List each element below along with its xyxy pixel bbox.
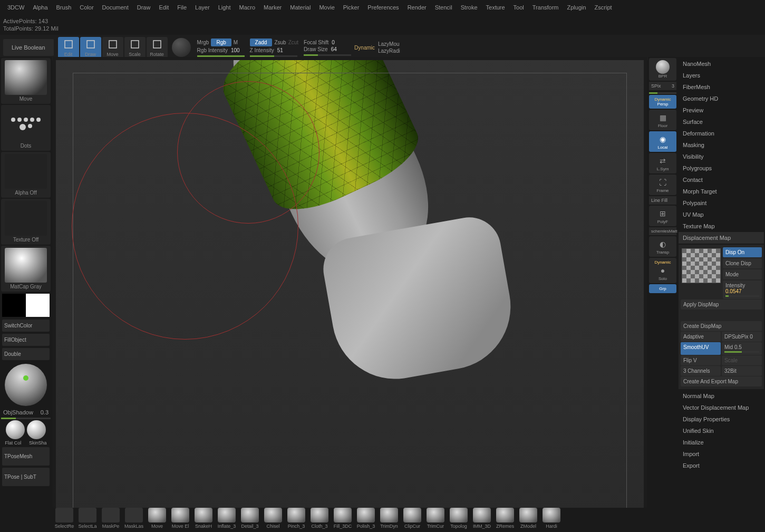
shelf-detail_3[interactable]: Detail_3	[238, 508, 262, 532]
shader-pair[interactable]	[1, 420, 51, 439]
3channels-button[interactable]: 3 Channels	[681, 366, 721, 376]
shelf-chisel[interactable]: Chisel	[262, 508, 285, 532]
z-intensity-value[interactable]: 51	[277, 47, 283, 53]
lazymouse-label[interactable]: LazyMou	[378, 41, 400, 47]
menu-draw[interactable]: Draw	[133, 2, 155, 13]
spix-slider[interactable]: SPix3	[649, 82, 676, 90]
shelf-selectla[interactable]: SelectLa	[76, 508, 99, 532]
color-picker[interactable]	[1, 293, 51, 318]
flipv-button[interactable]: Flip V	[681, 355, 721, 365]
zcut-button[interactable]: Zcut	[288, 40, 298, 45]
mrgb-button[interactable]: Mrgb	[197, 40, 209, 45]
menu-tool[interactable]: Tool	[509, 2, 528, 13]
light-widget[interactable]	[1, 362, 51, 408]
shelf-pinch_3[interactable]: Pinch_3	[285, 508, 308, 532]
live-boolean-button[interactable]: Live Boolean	[3, 39, 54, 56]
shelf-fill_3dc[interactable]: Fill_3DC	[331, 508, 354, 532]
panel-polygroups[interactable]: Polygroups	[679, 162, 764, 174]
panel-geometry-hd[interactable]: Geometry HD	[679, 93, 764, 104]
shelf-move el[interactable]: Move El	[169, 508, 192, 532]
panel-fibermesh[interactable]: FiberMesh	[679, 81, 764, 93]
menu-light[interactable]: Light	[214, 2, 235, 13]
panel-surface[interactable]: Surface	[679, 116, 764, 128]
lazyradius-label[interactable]: LazyRadi	[378, 48, 400, 54]
local-button[interactable]: ◉Local	[649, 131, 676, 152]
shelf-trimdyn[interactable]: TrimDyn	[377, 508, 401, 532]
menu-zplugin[interactable]: Zplugin	[563, 2, 590, 13]
dpsubpix-button[interactable]: DPSubPix 0	[722, 332, 762, 342]
floor-button[interactable]: ▦Floor	[649, 110, 676, 130]
scale-mode-button[interactable]: Scale	[124, 37, 146, 58]
menu-preferences[interactable]: Preferences	[363, 2, 403, 13]
menu-stroke[interactable]: Stroke	[457, 2, 482, 13]
shelf-trimcur[interactable]: TrimCur	[424, 508, 447, 532]
panel-polypaint[interactable]: Polypaint	[679, 197, 764, 209]
focal-shift-value[interactable]: 0	[332, 40, 335, 45]
transp-button[interactable]: ◐Transp	[649, 236, 676, 257]
gizmo-toggle[interactable]	[172, 38, 191, 57]
objshadow-slider[interactable]	[1, 418, 51, 419]
shelf-maskpe[interactable]: MaskPe	[99, 508, 122, 532]
panel-display-properties[interactable]: Display Properties	[679, 413, 764, 425]
zadd-button[interactable]: Zadd	[250, 38, 273, 46]
grp-button[interactable]: Grp	[649, 284, 676, 293]
switchcolor-button[interactable]: SwitchColor	[2, 320, 50, 332]
draw-mode-button[interactable]: Draw	[80, 37, 101, 58]
shelf-zmodel[interactable]: ZModel	[517, 508, 540, 532]
fillobject-button[interactable]: FillObject	[2, 334, 50, 346]
panel-normal-map[interactable]: Normal Map	[679, 390, 764, 402]
edit-mode-button[interactable]: Edit	[58, 37, 79, 58]
panel-layers[interactable]: Layers	[679, 70, 764, 81]
shelf-hardi[interactable]: Hardi	[540, 508, 563, 532]
menu-stencil[interactable]: Stencil	[431, 2, 457, 13]
tpose-subt-button[interactable]: TPose | SubT	[2, 468, 50, 486]
menu-brush[interactable]: Brush	[52, 2, 76, 13]
lsym-button[interactable]: ⇄L.Sym	[649, 153, 676, 173]
draw-size-slider[interactable]	[304, 54, 351, 56]
disp-map-thumb[interactable]	[682, 248, 721, 283]
panel-import[interactable]: Import	[679, 448, 764, 460]
panel-export[interactable]: Export	[679, 460, 764, 471]
panel-vector-displacement-map[interactable]: Vector Displacement Map	[679, 402, 764, 413]
shelf-snakeh[interactable]: SnakeH	[192, 508, 215, 532]
m-button[interactable]: M	[234, 40, 238, 45]
shelf-polish_3[interactable]: Polish_3	[354, 508, 377, 532]
alpha-slot[interactable]: Alpha Off	[1, 152, 51, 198]
frame-button[interactable]: ⛶Frame	[649, 175, 676, 195]
texture-slot[interactable]: Texture Off	[1, 199, 51, 245]
brush-slot[interactable]: Move	[1, 58, 51, 104]
shelf-imm_3d[interactable]: IMM_3D	[470, 508, 493, 532]
draw-size-value[interactable]: 64	[331, 46, 337, 52]
menu-alpha[interactable]: Alpha	[28, 2, 52, 13]
panel-masking[interactable]: Masking	[679, 139, 764, 151]
menu-3dcw[interactable]: 3DCW	[3, 2, 28, 13]
panel-preview[interactable]: Preview	[679, 104, 764, 116]
shelf-cloth_3[interactable]: Cloth_3	[308, 508, 331, 532]
menu-file[interactable]: File	[173, 2, 191, 13]
polyf-button[interactable]: ⊞PolyF	[649, 206, 676, 226]
menu-edit[interactable]: Edit	[154, 2, 173, 13]
32bit-button[interactable]: 32Bit	[722, 366, 762, 376]
tposemesh-button[interactable]: TPoseMesh	[2, 447, 50, 466]
menu-render[interactable]: Render	[403, 2, 431, 13]
shelf-selectre[interactable]: SelectRe	[53, 508, 76, 532]
disp-on-button[interactable]: Disp On	[723, 247, 762, 257]
linefill-button[interactable]: Line Fill	[649, 196, 676, 205]
apply-dispmap-button[interactable]: Apply DispMap	[681, 299, 762, 309]
menu-layer[interactable]: Layer	[191, 2, 214, 13]
objshadow-value[interactable]: 0.3	[41, 409, 49, 415]
disp-intensity[interactable]: Intensity 0.0547	[723, 280, 762, 299]
shelf-zremes[interactable]: ZRemes	[493, 508, 517, 532]
create-dispmap-button[interactable]: Create DispMap	[681, 321, 762, 331]
move-mode-button[interactable]: Move	[102, 37, 123, 58]
shelf-inflate_3[interactable]: Inflate_3	[215, 508, 238, 532]
adaptive-button[interactable]: Adaptive	[681, 332, 721, 342]
shelf-clipcur[interactable]: ClipCur	[401, 508, 424, 532]
zsub-button[interactable]: Zsub	[274, 40, 286, 45]
menu-material[interactable]: Material	[286, 2, 315, 13]
smoothuv-button[interactable]: SmoothUV	[681, 342, 721, 355]
persp-button[interactable]: DynamicPersp	[649, 95, 676, 109]
rgb-intensity-value[interactable]: 100	[231, 47, 240, 53]
panel-morph-target[interactable]: Morph Target	[679, 186, 764, 197]
menu-picker[interactable]: Picker	[339, 2, 364, 13]
